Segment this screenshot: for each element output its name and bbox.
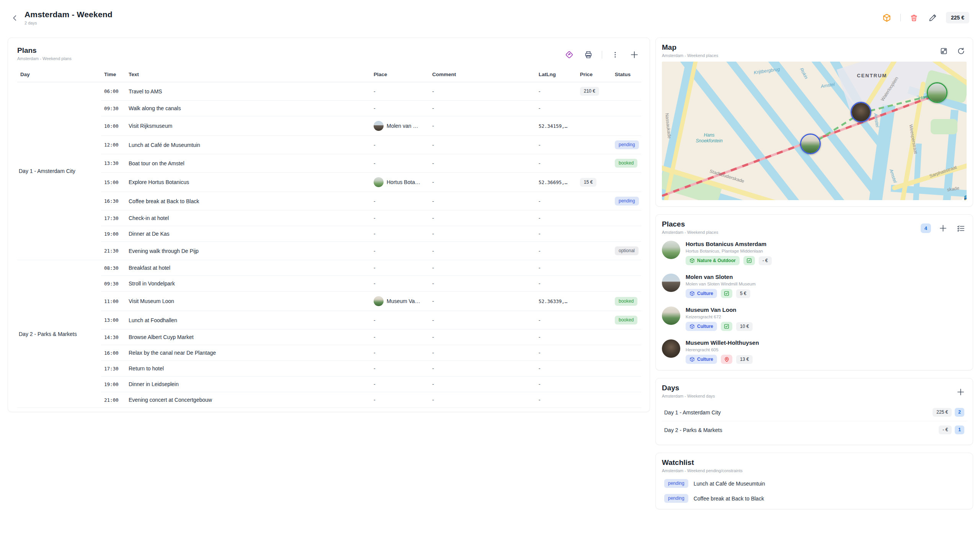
plan-status xyxy=(612,101,641,116)
places-list-view-button[interactable] xyxy=(955,223,967,234)
plan-time: 17:30 xyxy=(101,361,126,377)
plan-row[interactable]: 21:00Evening concert at Concertgebouw--- xyxy=(17,392,641,408)
print-button[interactable] xyxy=(583,49,594,60)
plan-place: - xyxy=(371,276,429,292)
plan-row[interactable]: 19:00Dinner at De Kas--- xyxy=(17,226,641,242)
marker-museum-willet-holthuysen[interactable] xyxy=(851,102,871,122)
plan-row[interactable]: 12:00Lunch at Café de Museumtuin---pendi… xyxy=(17,136,641,154)
plan-row[interactable]: 11:00Visit Museum LoonMuseum Va…-52.3633… xyxy=(17,292,641,311)
place-list-item[interactable]: Molen van SlotenMolen van Sloten Windmil… xyxy=(662,274,967,298)
visited-check-icon xyxy=(721,322,732,331)
plan-time: 11:00 xyxy=(101,292,126,311)
plan-row[interactable]: 09:30Stroll in Vondelpark--- xyxy=(17,276,641,292)
plan-latlng: - xyxy=(536,361,577,377)
plan-latlng: - xyxy=(536,82,577,101)
hortus-photo xyxy=(928,83,946,102)
package-button[interactable] xyxy=(881,12,893,24)
plan-row[interactable]: 17:30Return to hotel--- xyxy=(17,361,641,377)
map-pin-icon xyxy=(721,355,732,364)
map-canvas[interactable]: Leaflet | © OpenStreetMap , © CARTO Krij… xyxy=(662,62,967,200)
plan-row[interactable]: 19:00Dinner in Leidseplein--- xyxy=(17,377,641,392)
plan-place: - xyxy=(371,345,429,361)
watchlist-item[interactable]: pendingCoffee break at Back to Black xyxy=(662,494,967,503)
marker-hortus-botanicus[interactable] xyxy=(927,82,947,103)
place-price-badge: 13 € xyxy=(736,355,753,364)
marker-museum-van-loon[interactable] xyxy=(800,134,821,154)
plans-menu-button[interactable] xyxy=(610,49,621,60)
plan-text: Visit Rijksmuseum xyxy=(126,116,371,136)
plan-row[interactable]: Day 1 - Amsterdam City06:00Travel to AMS… xyxy=(17,82,641,101)
plan-row[interactable]: 13:00Lunch at Foodhallen---booked xyxy=(17,311,641,329)
plan-latlng: - xyxy=(536,192,577,210)
plan-row[interactable]: 17:30Check-in at hotel--- xyxy=(17,210,641,226)
refresh-icon xyxy=(957,47,965,55)
plan-time: 19:00 xyxy=(101,377,126,392)
plan-comment: - xyxy=(429,276,536,292)
edit-trip-button[interactable] xyxy=(927,12,938,23)
plan-place-name: Museum Va… xyxy=(387,298,420,304)
plan-row[interactable]: 21:30Evening walk through De Pijp---opti… xyxy=(17,242,641,260)
days-panel: Days Amsterdam - Weekend days Day 1 - Am… xyxy=(655,378,973,445)
plan-time: 06:00 xyxy=(101,82,126,101)
place-address: Herengracht 605 xyxy=(686,347,759,352)
map-label-amstel: Amstel xyxy=(889,168,898,183)
plan-row[interactable]: 16:30Coffee break at Back to Black---pen… xyxy=(17,192,641,210)
place-list-item[interactable]: Hortus Botanicus AmsterdamHortus Botanic… xyxy=(662,241,967,265)
status-badge: booked xyxy=(615,297,637,306)
status-badge: pending xyxy=(615,197,639,205)
trip-total-badge: 225 € xyxy=(946,12,969,23)
plan-text: Check-in at hotel xyxy=(126,210,371,226)
plan-price xyxy=(577,226,612,242)
plan-comment: - xyxy=(429,311,536,329)
plan-comment: - xyxy=(429,82,536,101)
status-badge: booked xyxy=(615,316,637,324)
carto-link[interactable]: © CARTO xyxy=(964,195,967,200)
plan-price: 15 € xyxy=(577,173,612,192)
willet-photo xyxy=(852,103,870,121)
watchlist-item[interactable]: pendingLunch at Café de Museumtuin xyxy=(662,479,967,488)
route-optimize-button[interactable] xyxy=(564,49,575,60)
map-attribution: Leaflet | © OpenStreetMap , © CARTO xyxy=(962,199,967,200)
plan-price xyxy=(577,345,612,361)
plan-place-name: Hortus Bota… xyxy=(387,179,420,185)
days-title: Days xyxy=(662,384,715,392)
place-list-item[interactable]: Museum Willet-HolthuysenHerengracht 605C… xyxy=(662,339,967,364)
place-address: Keizersgracht 672 xyxy=(686,315,753,319)
plan-row[interactable]: 15:00Explore Hortus BotanicusHortus Bota… xyxy=(17,173,641,192)
day-count-badge: 2 xyxy=(955,408,964,417)
plan-row[interactable]: 10:00Visit RijksmuseumMolen van …-52.341… xyxy=(17,116,641,136)
map-refresh-button[interactable] xyxy=(956,46,967,57)
plan-row[interactable]: 13:30Boat tour on the Amstel---booked xyxy=(17,154,641,173)
place-list-item[interactable]: Museum Van LoonKeizersgracht 672Culture1… xyxy=(662,306,967,331)
plan-row[interactable]: 14:30Browse Albert Cuyp Market--- xyxy=(17,329,641,345)
add-day-button[interactable] xyxy=(955,386,967,398)
plan-time: 19:00 xyxy=(101,226,126,242)
plan-latlng: - xyxy=(536,377,577,392)
day-list-item[interactable]: Day 1 - Amsterdam City225 €2 xyxy=(662,404,967,421)
back-button[interactable] xyxy=(11,12,19,24)
day-list-item[interactable]: Day 2 - Parks & Markets- €1 xyxy=(662,421,967,439)
plan-place: - xyxy=(371,361,429,377)
plan-status xyxy=(612,173,641,192)
category-cube-icon xyxy=(689,258,695,263)
delete-trip-button[interactable] xyxy=(908,12,920,23)
plan-status: optional xyxy=(612,242,641,260)
plan-time: 10:00 xyxy=(101,116,126,136)
col-place: Place xyxy=(371,68,429,82)
add-plan-button[interactable] xyxy=(628,49,640,61)
plan-text: Relax by the canal near De Plantage xyxy=(126,345,371,361)
plan-row[interactable]: 16:00Relax by the canal near De Plantage… xyxy=(17,345,641,361)
map-expand-button[interactable] xyxy=(938,46,949,57)
plan-text: Dinner in Leidseplein xyxy=(126,377,371,392)
plan-price xyxy=(577,116,612,136)
plan-place: - xyxy=(371,101,429,116)
col-latlng: LatLng xyxy=(536,68,577,82)
plan-time: 12:00 xyxy=(101,136,126,154)
add-place-button[interactable] xyxy=(937,222,949,234)
day-label: Day 1 - Amsterdam City xyxy=(664,409,721,416)
park xyxy=(931,119,957,134)
category-tag: Culture xyxy=(686,355,717,364)
plan-row[interactable]: 09:30Walk along the canals--- xyxy=(17,101,641,116)
plan-row[interactable]: Day 2 - Parks & Markets08:30Breakfast at… xyxy=(17,260,641,276)
price-badge: 15 € xyxy=(580,178,596,187)
